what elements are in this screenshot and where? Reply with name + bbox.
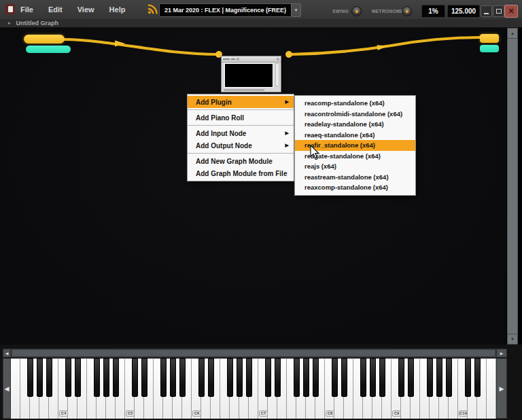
piano-white-key[interactable]	[11, 358, 20, 419]
node-pill-output-left[interactable]	[24, 35, 65, 43]
piano-black-key[interactable]	[27, 358, 33, 397]
plugin-mini-window-screen	[224, 63, 273, 88]
close-button[interactable]: ✕	[504, 5, 518, 18]
plugin-submenu-item[interactable]: reagate-standalone (x64)	[295, 151, 415, 162]
horizontal-scrollbar-thumb[interactable]	[12, 349, 495, 357]
piano-black-key[interactable]	[132, 358, 138, 397]
node-pill-input-right[interactable]	[480, 45, 499, 52]
context-menu-item[interactable]: Add Output Node▶	[188, 139, 294, 152]
vertical-scrollbar-thumb[interactable]	[507, 39, 518, 334]
plugin-mini-window-scrollbar[interactable]	[275, 63, 279, 86]
piano-black-key[interactable]	[141, 358, 147, 397]
swing-knob[interactable]	[351, 6, 362, 16]
piano-black-key[interactable]	[65, 358, 71, 397]
graph-title: Untitled Graph	[16, 20, 59, 27]
menu-help[interactable]: Help	[109, 5, 126, 14]
piano-black-key[interactable]	[379, 358, 385, 397]
piano-black-key[interactable]	[360, 358, 366, 397]
tempo-display[interactable]: 125.000	[447, 5, 480, 18]
metronome-knob[interactable]	[402, 6, 412, 16]
scroll-up-button[interactable]: ▲	[507, 28, 518, 39]
plugin-mini-window-titlebar[interactable]	[222, 56, 281, 63]
node-pill-output-right[interactable]	[480, 34, 499, 43]
plugin-mini-window[interactable]	[221, 56, 281, 92]
node-pill-input-left[interactable]	[26, 46, 71, 53]
keyboard-scroll-right-button[interactable]: ▶	[496, 358, 507, 419]
octave-label: C10	[459, 410, 468, 417]
piano-black-key[interactable]	[170, 358, 176, 397]
context-menu-item-label: Add Input Node	[196, 130, 246, 137]
context-menu-item[interactable]: Add New Graph Module	[188, 155, 294, 167]
app-icon[interactable]	[5, 4, 15, 14]
piano-black-key[interactable]	[113, 358, 119, 397]
piano-black-key[interactable]	[446, 358, 452, 397]
piano-black-key[interactable]	[94, 358, 100, 397]
piano-black-key[interactable]	[332, 358, 338, 397]
plugin-submenu-item[interactable]: reajs (x64)	[295, 161, 415, 172]
piano-black-key[interactable]	[46, 358, 52, 397]
piano-black-key[interactable]	[179, 358, 186, 397]
preset-display[interactable]: 21 Mar 2020 : FLEX | Magnificence (FREE)	[159, 3, 292, 17]
piano-black-key[interactable]	[465, 358, 471, 397]
submenu-arrow-icon: ▶	[285, 130, 289, 136]
piano-black-key[interactable]	[408, 358, 414, 397]
piano-black-key[interactable]	[227, 358, 233, 397]
plugin-submenu-item[interactable]: readelay-standalone (x64)	[295, 119, 415, 130]
octave-label: C6	[192, 410, 201, 417]
piano-black-key[interactable]	[160, 358, 167, 397]
plugin-submenu-item[interactable]: reaeq-standalone (x64)	[295, 130, 415, 141]
plugin-submenu-item[interactable]: reacontrolmidi-standalone (x64)	[295, 109, 415, 120]
plugin-submenu-item[interactable]: reaxcomp-standalone (x64)	[295, 182, 415, 193]
graph-canvas[interactable]: Add Plugin▶Add Piano RollAdd Input Node▶…	[0, 28, 506, 345]
context-menu-item[interactable]: Add Input Node▶	[188, 127, 294, 139]
piano-black-key[interactable]	[341, 358, 347, 397]
piano-white-key[interactable]	[487, 358, 496, 419]
piano-black-key[interactable]	[208, 358, 214, 397]
piano-black-key[interactable]	[370, 358, 376, 397]
hscroll-left-button[interactable]: ◀	[3, 349, 11, 357]
piano-black-key[interactable]	[198, 358, 205, 397]
cable-endpoint-dot[interactable]	[285, 51, 292, 58]
context-menu-item[interactable]: Add Graph Module from File	[188, 167, 294, 179]
piano-black-key[interactable]	[398, 358, 404, 397]
vertical-scrollbar[interactable]: ▲ ▼	[506, 28, 518, 345]
horizontal-scrollbar[interactable]	[11, 349, 496, 357]
hscroll-right-button[interactable]: ▶	[496, 349, 507, 357]
menu-view[interactable]: View	[77, 5, 94, 14]
piano-black-key[interactable]	[313, 358, 319, 397]
piano-black-key[interactable]	[237, 358, 243, 397]
piano-black-key[interactable]	[75, 358, 81, 397]
piano-black-key[interactable]	[436, 358, 442, 397]
piano-black-key[interactable]	[275, 358, 281, 397]
menu-file[interactable]: File	[20, 5, 33, 14]
menu-edit[interactable]: Edit	[48, 5, 63, 14]
plugin-mini-window-statusbar	[224, 89, 264, 91]
piano-black-key[interactable]	[37, 358, 43, 397]
graph-title-bar[interactable]: ▸ Untitled Graph	[0, 19, 522, 28]
minimize-button[interactable]	[481, 5, 492, 17]
feed-icon[interactable]	[147, 3, 158, 15]
swing-percent-display[interactable]: 1%	[421, 5, 445, 18]
piano-black-key[interactable]	[294, 358, 300, 397]
context-menu-item-label: Add Output Node	[196, 142, 252, 150]
piano-black-key[interactable]	[427, 358, 433, 397]
mini-close-icon[interactable]	[277, 58, 279, 60]
plugin-submenu-item[interactable]: reastream-standalone (x64)	[295, 172, 415, 183]
piano-black-key[interactable]	[303, 358, 309, 397]
scroll-down-button[interactable]: ▼	[507, 334, 518, 345]
plugin-submenu-item[interactable]: reacomp-standalone (x64)	[295, 98, 415, 109]
menu-separator	[188, 125, 294, 126]
preset-dropdown-button[interactable]: ▾	[291, 3, 301, 17]
context-menu-item[interactable]: Add Piano Roll	[188, 111, 294, 124]
menubar-menus: FileEditViewHelp	[20, 0, 125, 19]
context-menu-item[interactable]: Add Plugin▶	[188, 96, 294, 108]
keyboard-scroll-left-button[interactable]: ◀	[3, 358, 11, 419]
piano-black-key[interactable]	[246, 358, 252, 397]
piano-black-key[interactable]	[103, 358, 109, 397]
maximize-icon	[496, 9, 502, 14]
piano-black-key[interactable]	[265, 358, 271, 397]
maximize-button[interactable]	[493, 5, 504, 17]
piano-black-key[interactable]	[474, 358, 481, 397]
context-menu: Add Plugin▶Add Piano RollAdd Input Node▶…	[187, 94, 294, 181]
plugin-submenu-item[interactable]: reafir_standalone (x64)	[295, 140, 415, 151]
